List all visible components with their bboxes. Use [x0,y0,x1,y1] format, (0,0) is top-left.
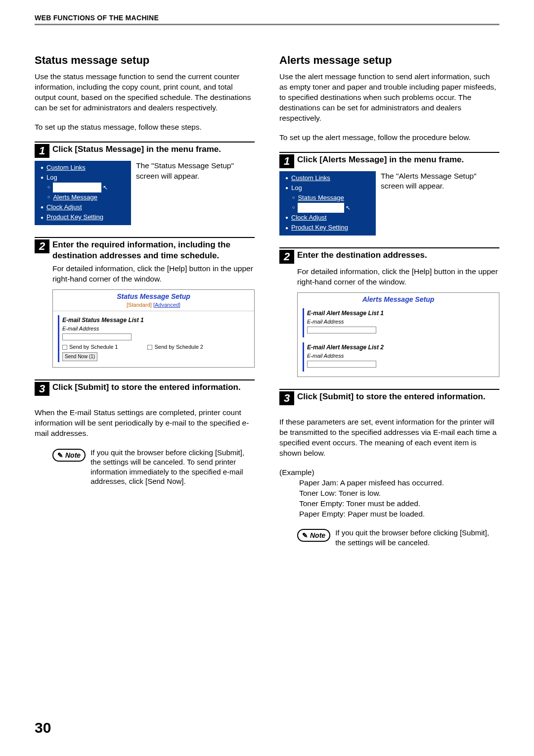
sched1-label: Send by Schedule 1 [69,344,118,350]
step-title: Enter the required information, includin… [52,239,255,261]
note-label: Note [65,451,81,459]
left-after: When the E-mail Status settings are comp… [35,408,255,439]
right-step-1: 1 Click [Alerts Message] in the menu fra… [279,152,499,236]
pencil-icon: ✎ [302,531,308,539]
checkbox-sched1[interactable] [62,345,67,350]
left-step-3: 3 Click [Submit] to store the entered in… [35,379,255,396]
menu-alerts-message: Alerts Message [299,204,343,211]
left-step-2: 2 Enter the required information, includ… [35,237,255,367]
step-number: 2 [35,239,49,253]
right-after: If these parameters are set, event infor… [279,417,499,459]
email-input-1[interactable] [307,327,376,333]
email-label: E-mail Address [307,352,491,360]
example-line: Toner Empty: Toner must be added. [299,499,499,509]
step2-body: For detailed information, click the [Hel… [52,264,255,284]
list1-label: E-mail Alert Message List 1 [307,309,491,317]
example-line: Paper Empty: Paper must be loaded. [299,509,499,520]
menu-clock-adjust: Clock Adjust [291,213,327,223]
step1-caption: The "Status Message Setup" screen will a… [136,161,255,226]
email-input-2[interactable] [307,361,376,368]
menu-alerts-message: Alerts Message [53,192,97,202]
right-step-2: 2 Enter the destination addresses. For d… [279,247,499,377]
right-heading: Alerts message setup [279,54,499,67]
right-step-3: 3 Click [Submit] to store the entered in… [279,389,499,405]
email-label: E-mail Address [62,325,246,332]
note-text: If you quit the browser before clicking … [335,528,499,547]
step-number: 1 [279,154,294,168]
status-setup-panel: Status Message Setup [Standard] [Advance… [52,289,255,368]
note-label: Note [310,531,325,539]
step-number: 1 [35,144,49,158]
cursor-icon: ↖ [103,183,108,192]
page-number: 30 [35,719,51,736]
step2-body: For detailed information, click the [Hel… [297,267,499,287]
step-title: Click [Alerts Message] in the menu frame… [297,154,464,165]
step-number: 2 [279,250,294,264]
left-heading: Status message setup [35,54,255,67]
note-badge: ✎ Note [297,529,330,542]
right-intro: Use the alert message function to send a… [279,72,499,124]
menu-status-message: Status Message [298,193,344,203]
right-presteps: To set up the alert message, follow the … [279,133,499,143]
menu-log: Log [46,173,57,183]
tab-standard: [Standard] [127,302,152,308]
right-note: ✎ Note If you quit the browser before cl… [279,528,499,547]
example-label: (Example) [279,468,499,478]
list2-label: E-mail Alert Message List 2 [307,343,491,351]
tab-advanced: [Advanced] [153,302,180,308]
example-line: Paper Jam: A paper misfeed has occurred. [299,478,499,488]
cursor-icon: ↖ [346,203,351,213]
note-text: If you quit the browser before clicking … [90,448,255,486]
left-presteps: To set up the status message, follow the… [35,122,255,133]
step-title: Click [Status Message] in the menu frame… [52,144,221,154]
left-note: ✎ Note If you quit the browser before cl… [35,448,255,486]
checkbox-sched2[interactable] [147,345,152,350]
menu-screenshot: ●Custom Links ●Log ○Status Message↖ ○Ale… [35,161,131,226]
menu-status-message: Status Message [54,184,100,191]
panel-title: Alerts Message Setup [298,293,499,304]
step-title: Enter the destination addresses. [297,250,427,260]
content-columns: Status message setup Use the status mess… [35,54,499,547]
left-step-1: 1 Click [Status Message] in the menu fra… [35,142,255,226]
left-intro: Use the status message function to send … [35,72,255,113]
menu-custom-links: Custom Links [291,173,330,183]
step-title: Click [Submit] to store the entered info… [52,382,241,392]
list-label: E-mail Status Message List 1 [62,316,246,324]
step-title: Click [Submit] to store the entered info… [297,391,486,402]
panel-title: Status Message Setup [53,290,254,301]
menu-product-key: Product Key Setting [46,212,103,222]
sched2-label: Send by Schedule 2 [154,344,203,350]
menu-custom-links: Custom Links [46,163,86,173]
right-column: Alerts message setup Use the alert messa… [279,54,499,547]
email-label: E-mail Address [307,318,491,326]
email-input[interactable] [62,333,132,340]
menu-log: Log [291,183,302,193]
left-column: Status message setup Use the status mess… [35,54,255,547]
step-number: 3 [279,391,294,405]
pencil-icon: ✎ [57,451,63,459]
note-badge: ✎ Note [52,449,86,462]
menu-screenshot: ●Custom Links ●Log ○Status Message ○Aler… [279,171,376,236]
menu-clock-adjust: Clock Adjust [46,202,82,212]
example-line: Toner Low: Toner is low. [299,488,499,499]
send-now-button[interactable]: Send Now (1) [62,352,97,361]
example-block: (Example) Paper Jam: A paper misfeed has… [279,468,499,520]
step1-caption: The "Alerts Message Setup" screen will a… [381,171,499,236]
step-number: 3 [35,382,49,396]
alerts-setup-panel: Alerts Message Setup E-mail Alert Messag… [297,292,499,377]
menu-product-key: Product Key Setting [291,223,348,233]
page-header: WEB FUNCTIONS OF THE MACHINE [35,14,499,25]
